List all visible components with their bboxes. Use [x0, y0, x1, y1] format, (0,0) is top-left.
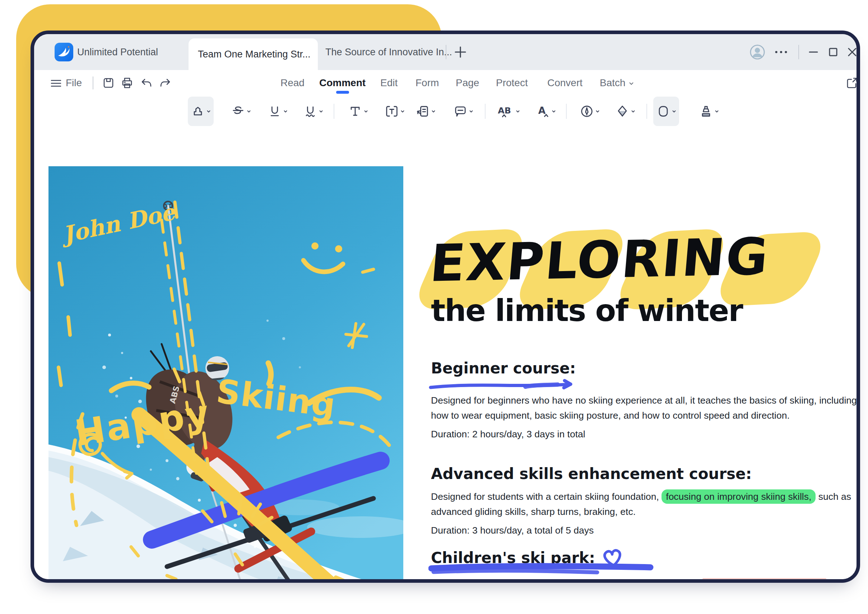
menu-bar: File Read Comment: [34, 70, 857, 96]
underline-icon: [267, 104, 283, 119]
tool-pencil[interactable]: [577, 96, 603, 126]
chevron-down-icon[interactable]: [714, 109, 720, 114]
maximize-icon: [827, 46, 839, 58]
new-tab-button[interactable]: [453, 34, 468, 70]
chevron-down-icon[interactable]: [318, 109, 324, 114]
pink-highlighted-text[interactable]: allow children to learn to ski: [702, 578, 827, 583]
chevron-down-icon[interactable]: [630, 109, 636, 114]
blue-brush-underline[interactable]: [428, 563, 658, 577]
chevron-down-icon[interactable]: [400, 109, 405, 114]
menu-comment[interactable]: Comment: [319, 70, 366, 96]
tool-underline[interactable]: [265, 96, 290, 126]
tool-insert-text[interactable]: [345, 96, 371, 126]
close-window-button[interactable]: [844, 34, 860, 70]
section-title: Beginner course:: [431, 360, 858, 377]
text-box-icon: [384, 104, 400, 119]
tool-stamp[interactable]: [696, 96, 722, 126]
redo-button[interactable]: [158, 76, 172, 90]
toolbar-divider: [566, 104, 567, 119]
avatar-icon: [750, 44, 765, 60]
maximize-button[interactable]: [825, 34, 841, 70]
more-menu-button[interactable]: [773, 34, 789, 70]
tool-note-comment[interactable]: [450, 96, 476, 126]
undo-icon: [140, 76, 153, 90]
section-beginner: Beginner course: Designed for beginners …: [431, 360, 858, 442]
tab-label: Team One Marketing Str...: [198, 49, 311, 60]
swallow-logo-icon: [54, 43, 73, 61]
tool-shape-rectangle[interactable]: [653, 96, 679, 126]
section-title: Advanced skills enhancement course:: [431, 465, 858, 482]
menu-convert[interactable]: Convert: [547, 70, 583, 96]
more-ellipsis-icon: [773, 44, 789, 60]
menu-batch[interactable]: Batch: [600, 70, 634, 96]
toolbar-divider: [646, 104, 647, 119]
app-window: Unlimited Potential Team One Marketing S…: [31, 31, 860, 583]
tool-callout[interactable]: [412, 96, 439, 126]
menu-edit[interactable]: Edit: [380, 70, 398, 96]
pencil-circle-icon: [579, 104, 595, 119]
body-run: and have fun in a safe environment.: [431, 579, 845, 583]
insert-text-icon: [347, 104, 363, 119]
tool-highlighter[interactable]: [188, 96, 214, 126]
highlighter-icon: [190, 104, 206, 119]
note-comment-icon: [453, 104, 468, 119]
minimize-icon: [807, 46, 820, 58]
tool-strikethrough[interactable]: [228, 96, 254, 126]
tool-squiggly-underline[interactable]: [300, 96, 326, 126]
menu-form[interactable]: Form: [415, 70, 439, 96]
menu-page[interactable]: Page: [456, 70, 479, 96]
insert-caret-icon: A: [535, 104, 551, 119]
close-icon: [846, 46, 858, 58]
tool-insert-caret[interactable]: A: [533, 96, 559, 126]
print-button[interactable]: [120, 76, 134, 90]
chevron-down-icon[interactable]: [515, 109, 521, 114]
chevron-down-icon: [628, 81, 634, 86]
main-menu-button[interactable]: [49, 76, 63, 90]
controls-divider: [798, 45, 799, 59]
chevron-down-icon[interactable]: [363, 109, 369, 114]
green-highlighted-text[interactable]: focusing on improving skiing skills,: [662, 489, 815, 504]
callout-icon: [415, 104, 431, 119]
ski-photo[interactable]: ABS: [48, 166, 403, 583]
file-menu[interactable]: File: [66, 70, 82, 96]
plus-icon: [453, 34, 468, 70]
open-external-button[interactable]: [845, 76, 859, 90]
chevron-down-icon[interactable]: [468, 109, 474, 114]
minimize-button[interactable]: [806, 34, 822, 70]
stamp-icon: [698, 104, 714, 119]
doc-title-bottom: the limits of winter: [431, 296, 742, 326]
annotation-toolbar: AB A: [34, 96, 857, 127]
chevron-down-icon[interactable]: [595, 109, 600, 114]
print-icon: [120, 76, 134, 90]
chevron-down-icon[interactable]: [551, 109, 556, 114]
tool-text-box[interactable]: [382, 96, 408, 126]
tab-team-one-marketing[interactable]: Team One Marketing Str...: [189, 39, 318, 70]
body-run: Designed for students with a certain ski…: [431, 491, 662, 502]
tool-eraser[interactable]: [612, 96, 638, 126]
tab-bar: Unlimited Potential Team One Marketing S…: [34, 34, 857, 70]
save-button[interactable]: [102, 76, 115, 90]
eraser-icon: [614, 104, 630, 119]
document-page[interactable]: ABS: [34, 127, 857, 579]
save-icon: [102, 76, 115, 90]
chevron-down-icon[interactable]: [671, 109, 677, 114]
svg-text:A: A: [538, 105, 546, 116]
strikethrough-icon: [230, 104, 246, 119]
tab-source-innovative[interactable]: The Source of Innovative In...: [326, 34, 452, 70]
blue-arrow-underline[interactable]: [428, 379, 584, 392]
redo-icon: [158, 76, 172, 90]
account-button[interactable]: [750, 34, 765, 70]
tab-unlimited-potential[interactable]: Unlimited Potential: [77, 34, 158, 70]
chevron-down-icon[interactable]: [283, 109, 288, 114]
hamburger-icon: [49, 76, 63, 90]
menu-protect[interactable]: Protect: [496, 70, 528, 96]
body-run: Ski lessons designed for children, with …: [431, 579, 702, 583]
undo-button[interactable]: [140, 76, 153, 90]
section-duration: Duration: 2 hours/day, 3 days in total: [431, 426, 858, 442]
chevron-down-icon[interactable]: [431, 109, 436, 114]
tool-replace-text[interactable]: AB: [494, 96, 523, 126]
menu-read[interactable]: Read: [281, 70, 305, 96]
section-body: Designed for beginners who have no skiin…: [431, 393, 858, 423]
chevron-down-icon[interactable]: [206, 109, 212, 114]
chevron-down-icon[interactable]: [246, 109, 252, 114]
